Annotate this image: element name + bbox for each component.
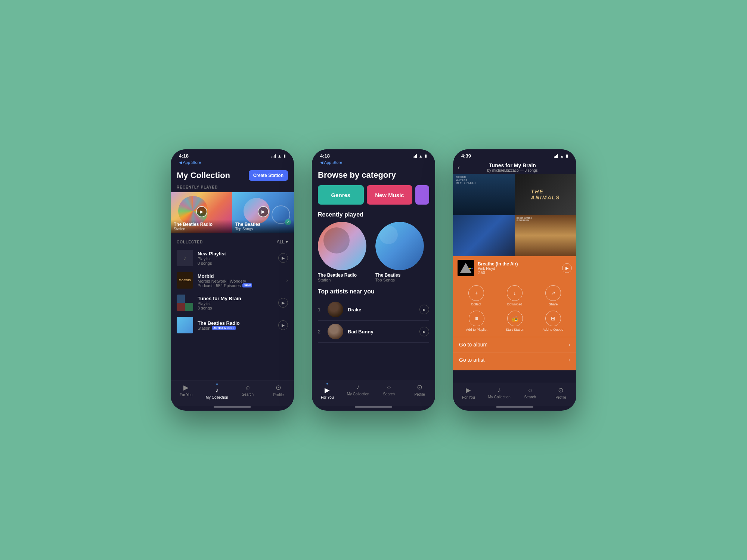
tab-for-you-2[interactable]: ▶ For You bbox=[312, 383, 343, 399]
status-icons-1: ▲ ▮ bbox=[272, 153, 286, 158]
play-action-1[interactable]: ▶ bbox=[278, 253, 288, 263]
tab-my-collection-2[interactable]: ♪ My Collection bbox=[343, 383, 374, 399]
list-item[interactable]: MORBID Morbid Morbid Network | Wondery P… bbox=[171, 269, 294, 292]
tab-label-collection-3: My Collection bbox=[488, 395, 511, 399]
track-name: Breathe (In the Air) bbox=[478, 261, 558, 267]
screens-container: 4:18 ▲ ▮ ◀ App Store My Collection Creat… bbox=[171, 149, 576, 411]
status-time-3: 4:39 bbox=[461, 153, 471, 159]
artist-row-1[interactable]: 1 Drake ▶ bbox=[318, 299, 429, 321]
chevron-action-2[interactable]: › bbox=[286, 277, 288, 283]
signal-icon-2 bbox=[413, 154, 417, 158]
rp-card-sub-1: Station bbox=[174, 227, 229, 231]
play-artist-2[interactable]: ▶ bbox=[419, 327, 429, 336]
rp-card-2[interactable]: ▶ ✓ The Beatles Top Songs bbox=[232, 192, 294, 233]
tab-label-search-2: Search bbox=[383, 392, 395, 396]
tab-profile-1[interactable]: ⊙ Profile bbox=[263, 383, 294, 399]
album-grid: ROGERWATERSin the flesh THEANIMALS bbox=[453, 174, 576, 256]
add-to-playlist-button[interactable]: ≡ Add to Playlist bbox=[466, 311, 487, 332]
for-you-icon-2: ▶ bbox=[325, 386, 330, 394]
search-icon-tab-2: ⌕ bbox=[387, 383, 391, 391]
rp-grid-item-2[interactable]: ✓ The Beatles Top Songs bbox=[375, 222, 429, 282]
album-cell-2: THEANIMALS bbox=[515, 174, 576, 215]
artist-name-1: Drake bbox=[348, 307, 415, 312]
screen1-content: My Collection Create Station RECENTLY PL… bbox=[171, 167, 294, 380]
tab-label-for-you-2: For You bbox=[321, 395, 334, 399]
tab-label-profile-3: Profile bbox=[556, 395, 566, 399]
track-play-button[interactable]: ▶ bbox=[562, 263, 572, 273]
all-button[interactable]: ALL ▾ bbox=[277, 239, 288, 245]
tab-my-collection-3[interactable]: ♪ My Collection bbox=[484, 386, 515, 399]
go-to-album-button[interactable]: Go to album › bbox=[453, 337, 576, 352]
more-category-button[interactable] bbox=[415, 185, 429, 205]
for-you-icon-3: ▶ bbox=[466, 386, 471, 394]
tab-bar-1: ▶ For You ♪ My Collection ⌕ Search ⊙ Pro… bbox=[171, 380, 294, 406]
tab-bar-3: ▶ For You ♪ My Collection ⌕ Search ⊙ Pro… bbox=[453, 383, 576, 406]
play-artist-1[interactable]: ▶ bbox=[419, 305, 429, 314]
tab-search-3[interactable]: ⌕ Search bbox=[515, 386, 546, 399]
share-button[interactable]: ↗ Share bbox=[545, 285, 561, 306]
playlist-thumb-4 bbox=[177, 317, 193, 333]
playlist-sub: by michael.bizzaco — 3 songs bbox=[460, 168, 565, 172]
start-station-label: Start Station bbox=[506, 328, 524, 332]
status-bar-1: 4:18 ▲ ▮ bbox=[171, 149, 294, 160]
phone-screen-2: 4:18 ▲ ▮ ◀ App Store Browse by category bbox=[312, 149, 435, 411]
home-indicator-3 bbox=[496, 406, 533, 408]
rp-grid-title-1: The Beatles Radio bbox=[318, 273, 372, 278]
screen3-content: ‹ Tunes for My Brain by michael.bizzaco … bbox=[453, 160, 576, 383]
rp-card-1[interactable]: ▶ The Beatles Radio Station bbox=[171, 192, 232, 233]
play-button-rp2[interactable]: ▶ bbox=[258, 206, 269, 217]
search-icon-tab-1: ⌕ bbox=[246, 383, 250, 391]
tab-label-for-you-1: For You bbox=[180, 393, 192, 397]
app-store-bar-1[interactable]: ◀ App Store bbox=[171, 160, 294, 167]
add-to-queue-button[interactable]: ⊞ Add to Queue bbox=[543, 311, 564, 332]
collection-info-4: The Beatles Radio Station ARTIST MODES bbox=[198, 320, 274, 330]
artist-avatar-drake bbox=[328, 302, 343, 317]
tab-bar-2: ▶ For You ♪ My Collection ⌕ Search ⊙ Pro… bbox=[312, 380, 435, 406]
collected-label: COLLECTED bbox=[177, 240, 203, 244]
tab-for-you-3[interactable]: ▶ For You bbox=[453, 386, 484, 399]
track-artist: Pink Floyd bbox=[478, 267, 558, 271]
go-to-artist-button[interactable]: Go to artist › bbox=[453, 352, 576, 367]
artist-row-2[interactable]: 2 Bad Bunny ▶ bbox=[318, 321, 429, 343]
tab-search-2[interactable]: ⌕ Search bbox=[374, 383, 405, 399]
collect-button[interactable]: ＋ Collect bbox=[468, 285, 484, 306]
new-music-button[interactable]: New Music bbox=[367, 185, 413, 205]
playlist-title: Tunes for My Brain bbox=[460, 162, 565, 168]
rp-card-overlay-1: The Beatles Radio Station bbox=[171, 220, 232, 233]
for-you-icon: ▶ bbox=[183, 383, 189, 392]
genres-button[interactable]: Genres bbox=[318, 185, 364, 205]
go-to-album-chevron: › bbox=[568, 342, 570, 348]
list-item[interactable]: Tunes for My Brain Playlist 3 songs ▶ bbox=[171, 292, 294, 314]
create-station-button[interactable]: Create Station bbox=[249, 170, 288, 181]
play-action-3[interactable]: ▶ bbox=[278, 298, 288, 308]
tab-label-search-3: Search bbox=[524, 395, 536, 399]
item-type-2: Morbid Network | Wondery bbox=[198, 279, 282, 283]
play-action-4[interactable]: ▶ bbox=[278, 320, 288, 330]
start-station-icon: 📻 bbox=[507, 311, 523, 326]
phone-screen-1: 4:18 ▲ ▮ ◀ App Store My Collection Creat… bbox=[171, 149, 294, 411]
list-item[interactable]: The Beatles Radio Station ARTIST MODES ▶ bbox=[171, 314, 294, 336]
app-store-bar-2[interactable]: ◀ App Store bbox=[312, 160, 435, 167]
tab-profile-2[interactable]: ⊙ Profile bbox=[405, 383, 436, 399]
new-badge: NEW bbox=[242, 283, 252, 287]
active-indicator bbox=[216, 383, 218, 385]
tab-profile-3[interactable]: ⊙ Profile bbox=[546, 386, 577, 399]
tab-label-profile-2: Profile bbox=[415, 392, 425, 396]
playlist-thumb-1: ♪ bbox=[177, 250, 193, 266]
go-to-album-label: Go to album bbox=[459, 342, 568, 348]
play-button-rp1[interactable]: ▶ bbox=[196, 206, 207, 217]
start-station-button[interactable]: 📻 Start Station bbox=[506, 311, 524, 332]
add-playlist-label: Add to Playlist bbox=[466, 328, 487, 332]
tab-my-collection-1[interactable]: ♪ My Collection bbox=[202, 383, 233, 399]
rp-grid-sub-2: Top Songs bbox=[375, 278, 429, 282]
download-button[interactable]: ↓ Download bbox=[507, 285, 523, 306]
list-item[interactable]: ♪ New Playlist Playlist 0 songs ▶ bbox=[171, 247, 294, 269]
download-icon: ↓ bbox=[507, 285, 523, 301]
tab-for-you-1[interactable]: ▶ For You bbox=[171, 383, 202, 399]
rp-grid-item-1[interactable]: The Beatles Radio Station bbox=[318, 222, 372, 282]
status-time-1: 4:18 bbox=[179, 153, 189, 159]
category-row: Genres New Music bbox=[318, 185, 429, 205]
add-queue-icon: ⊞ bbox=[545, 311, 561, 326]
tab-search-1[interactable]: ⌕ Search bbox=[232, 383, 263, 399]
collection-list: ♪ New Playlist Playlist 0 songs ▶ MORBID bbox=[171, 247, 294, 380]
